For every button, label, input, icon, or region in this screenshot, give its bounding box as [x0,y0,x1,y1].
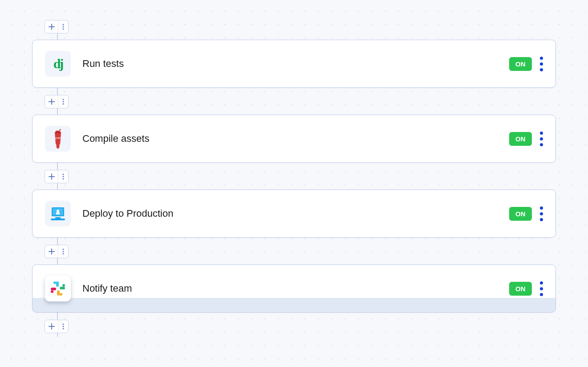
svg-point-25 [60,293,62,296]
action-card-compile-assets[interactable]: gulp Compile assets ON [32,115,556,163]
insert-action-4[interactable] [45,320,69,333]
svg-point-23 [62,284,65,287]
svg-point-6 [55,132,61,133]
svg-rect-26 [51,288,56,290]
plus-icon[interactable] [45,320,58,333]
svg-rect-24 [57,290,60,296]
status-toggle[interactable]: ON [509,132,532,146]
svg-point-19 [62,253,64,254]
svg-rect-20 [56,281,59,287]
django-icon: dj [45,51,71,77]
insert-menu-icon[interactable] [58,21,68,33]
slack-icon [45,276,71,301]
svg-rect-16 [51,219,65,220]
plus-icon[interactable] [45,21,58,33]
action-card-notify-team[interactable]: Notify team ON [32,264,556,313]
action-title: Run tests [82,58,509,70]
svg-point-29 [62,326,64,327]
deploy-icon [45,201,71,227]
insert-action-1[interactable] [45,95,69,108]
svg-point-30 [62,328,64,329]
svg-point-17 [62,248,64,250]
insert-action-0[interactable] [45,20,69,33]
gulp-icon: gulp [45,126,71,152]
insert-menu-icon[interactable] [58,95,68,108]
svg-point-10 [62,178,64,179]
action-title: Compile assets [82,133,509,144]
svg-point-28 [62,323,64,325]
plus-icon[interactable] [45,245,58,258]
svg-point-21 [53,281,56,284]
status-toggle[interactable]: ON [509,282,532,296]
drag-handle-icon[interactable] [540,281,543,296]
svg-point-8 [62,173,64,175]
status-toggle[interactable]: ON [509,57,532,71]
status-toggle[interactable]: ON [509,207,532,221]
svg-text:gulp: gulp [55,136,61,139]
insert-action-2[interactable] [45,170,69,183]
insert-menu-icon[interactable] [58,170,68,183]
svg-point-0 [62,24,64,25]
svg-point-1 [62,26,64,27]
action-title: Notify team [82,283,509,294]
plus-icon[interactable] [45,170,58,183]
action-card-deploy-production[interactable]: Deploy to Production ON [32,190,556,238]
drag-handle-icon[interactable] [540,206,543,221]
insert-menu-icon[interactable] [58,245,68,258]
insert-action-3[interactable] [45,245,69,258]
drag-handle-icon[interactable] [540,57,543,71]
action-title: Deploy to Production [82,208,509,219]
svg-point-4 [62,101,64,102]
svg-point-2 [62,28,64,29]
svg-rect-15 [55,217,61,219]
svg-point-9 [62,176,64,177]
svg-rect-22 [60,287,65,289]
insert-menu-icon[interactable] [58,320,68,333]
svg-point-13 [57,210,59,212]
action-card-run-tests[interactable]: dj Run tests ON [32,40,556,88]
svg-point-18 [62,251,64,252]
svg-point-27 [51,290,53,293]
plus-icon[interactable] [45,95,58,108]
pipeline-canvas: dj Run tests ON gulp [0,0,588,333]
svg-rect-14 [56,212,60,214]
drag-handle-icon[interactable] [540,132,543,146]
svg-point-3 [62,99,64,100]
svg-point-5 [62,103,64,104]
